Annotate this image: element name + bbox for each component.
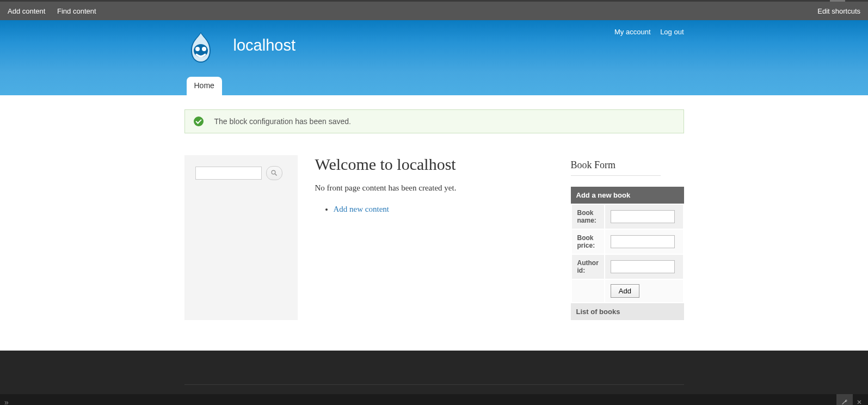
table-row: Book name: <box>572 205 683 229</box>
primary-tabs: Home <box>187 77 222 95</box>
table-row: Author id: <box>572 255 683 279</box>
find-content-link[interactable]: Find content <box>57 7 96 15</box>
label-book-name: Book name: <box>572 205 604 229</box>
sidebar-left <box>184 155 298 320</box>
footer-divider <box>184 384 684 385</box>
search-icon <box>271 170 278 176</box>
branding: localhost <box>186 30 296 65</box>
body-text: No front page content has been created y… <box>315 183 553 193</box>
form-header: Add a new book <box>571 187 684 204</box>
site-name[interactable]: localhost <box>233 36 296 54</box>
admin-toolbar: Add content Find content Edit shortcuts <box>0 0 868 20</box>
my-account-link[interactable]: My account <box>614 28 650 36</box>
search-input[interactable] <box>195 167 262 180</box>
table-row: Book price: <box>572 230 683 254</box>
close-button[interactable]: ✕ <box>853 394 866 405</box>
sidebar-right: Book Form Add a new book Book name: Book… <box>571 155 684 320</box>
log-out-link[interactable]: Log out <box>660 28 684 36</box>
book-name-field[interactable] <box>611 210 675 223</box>
site-footer <box>0 351 868 394</box>
label-author-id: Author id: <box>572 255 604 279</box>
svg-point-2 <box>202 47 206 51</box>
book-price-field[interactable] <box>611 235 675 248</box>
svg-point-0 <box>194 44 208 57</box>
label-book-price: Book price: <box>572 230 604 254</box>
book-form-table: Book name: Book price: Author id: Add <box>571 204 684 303</box>
list-item: Add new content <box>334 205 553 214</box>
table-row: Add <box>572 280 683 302</box>
status-message: The block configuration has been saved. <box>184 109 684 133</box>
toolbar-indicator <box>830 0 845 2</box>
close-icon: ✕ <box>857 398 862 406</box>
edit-shortcuts-link[interactable]: Edit shortcuts <box>817 7 860 15</box>
wrench-icon <box>841 398 848 406</box>
status-text: The block configuration has been saved. <box>214 117 351 126</box>
add-content-link[interactable]: Add content <box>8 7 45 15</box>
add-button[interactable]: Add <box>611 284 639 298</box>
drupal-logo-icon <box>186 30 216 65</box>
main-content: Welcome to localhost No front page conte… <box>311 155 558 320</box>
site-header: My account Log out localhost Home <box>0 20 868 95</box>
page-title: Welcome to localhost <box>315 155 553 174</box>
list-of-books-header[interactable]: List of books <box>571 303 684 320</box>
success-icon <box>194 116 204 126</box>
user-links: My account Log out <box>607 28 684 36</box>
svg-line-4 <box>275 174 276 176</box>
block-title: Book Form <box>571 155 684 180</box>
toolbar-right: Edit shortcuts <box>808 7 860 15</box>
svg-point-3 <box>272 170 275 174</box>
add-new-content-link[interactable]: Add new content <box>334 205 389 213</box>
svg-point-1 <box>195 47 200 51</box>
bottom-bar: » ✕ <box>0 394 868 405</box>
search-button[interactable] <box>266 166 282 180</box>
tab-home[interactable]: Home <box>187 77 222 95</box>
toolbar-left: Add content Find content <box>8 7 106 15</box>
expand-icon[interactable]: » <box>2 398 9 406</box>
author-id-field[interactable] <box>611 260 675 273</box>
wrench-button[interactable] <box>836 394 853 405</box>
